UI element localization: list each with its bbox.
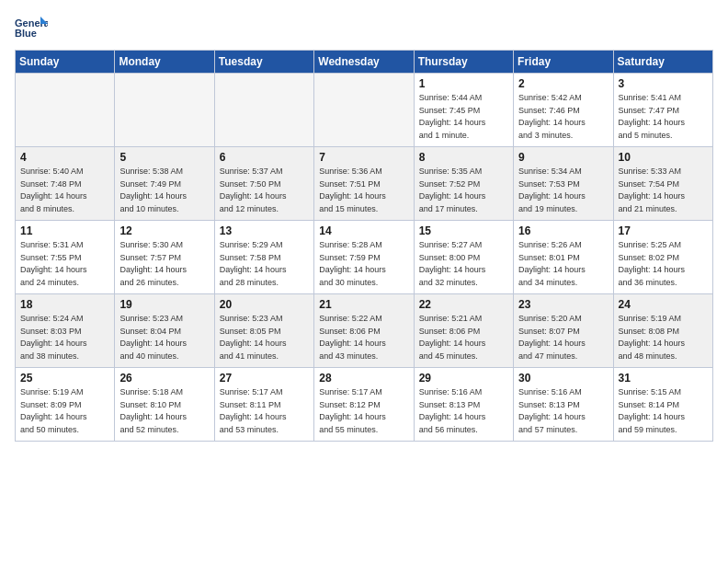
day-number: 27 bbox=[220, 372, 309, 385]
day-cell: 10Sunrise: 5:33 AM Sunset: 7:54 PM Dayli… bbox=[613, 147, 712, 221]
day-cell: 31Sunrise: 5:15 AM Sunset: 8:14 PM Dayli… bbox=[613, 368, 712, 442]
day-info: Sunrise: 5:17 AM Sunset: 8:11 PM Dayligh… bbox=[220, 386, 309, 436]
day-number: 13 bbox=[220, 224, 309, 237]
day-info: Sunrise: 5:22 AM Sunset: 8:06 PM Dayligh… bbox=[319, 313, 408, 362]
day-number: 4 bbox=[20, 151, 109, 164]
day-cell: 11Sunrise: 5:31 AM Sunset: 7:55 PM Dayli… bbox=[16, 221, 115, 294]
day-info: Sunrise: 5:25 AM Sunset: 8:02 PM Dayligh… bbox=[619, 239, 708, 289]
day-cell: 5Sunrise: 5:38 AM Sunset: 7:49 PM Daylig… bbox=[115, 147, 214, 221]
day-info: Sunrise: 5:27 AM Sunset: 8:00 PM Dayligh… bbox=[419, 239, 508, 289]
day-info: Sunrise: 5:41 AM Sunset: 7:47 PM Dayligh… bbox=[619, 92, 708, 142]
day-number: 31 bbox=[619, 372, 708, 385]
day-number: 7 bbox=[319, 151, 408, 164]
day-number: 17 bbox=[619, 224, 708, 237]
svg-text:Blue: Blue bbox=[15, 28, 37, 39]
day-cell bbox=[16, 74, 115, 147]
day-cell: 17Sunrise: 5:25 AM Sunset: 8:02 PM Dayli… bbox=[613, 221, 712, 294]
column-header-monday: Monday bbox=[115, 51, 214, 74]
column-header-tuesday: Tuesday bbox=[214, 51, 313, 74]
calendar-header-row: SundayMondayTuesdayWednesdayThursdayFrid… bbox=[16, 51, 713, 74]
day-info: Sunrise: 5:37 AM Sunset: 7:50 PM Dayligh… bbox=[220, 166, 309, 215]
day-number: 10 bbox=[619, 151, 708, 164]
day-info: Sunrise: 5:26 AM Sunset: 8:01 PM Dayligh… bbox=[518, 239, 608, 289]
day-number: 30 bbox=[518, 372, 608, 385]
day-info: Sunrise: 5:24 AM Sunset: 8:03 PM Dayligh… bbox=[20, 313, 109, 362]
day-number: 25 bbox=[20, 372, 109, 385]
logo-icon: General Blue bbox=[15, 15, 48, 42]
day-info: Sunrise: 5:28 AM Sunset: 7:59 PM Dayligh… bbox=[319, 239, 408, 289]
day-info: Sunrise: 5:42 AM Sunset: 7:46 PM Dayligh… bbox=[518, 92, 608, 142]
day-cell: 13Sunrise: 5:29 AM Sunset: 7:58 PM Dayli… bbox=[214, 221, 313, 294]
column-header-thursday: Thursday bbox=[414, 51, 513, 74]
day-cell: 3Sunrise: 5:41 AM Sunset: 7:47 PM Daylig… bbox=[613, 74, 712, 147]
day-number: 2 bbox=[518, 77, 608, 90]
day-number: 21 bbox=[319, 298, 408, 311]
day-cell: 14Sunrise: 5:28 AM Sunset: 7:59 PM Dayli… bbox=[314, 221, 414, 294]
day-number: 6 bbox=[220, 151, 309, 164]
day-info: Sunrise: 5:18 AM Sunset: 8:10 PM Dayligh… bbox=[119, 386, 209, 436]
day-number: 5 bbox=[119, 151, 209, 164]
day-cell bbox=[115, 74, 214, 147]
week-row-3: 11Sunrise: 5:31 AM Sunset: 7:55 PM Dayli… bbox=[16, 221, 713, 294]
day-cell: 18Sunrise: 5:24 AM Sunset: 8:03 PM Dayli… bbox=[16, 294, 115, 368]
day-info: Sunrise: 5:38 AM Sunset: 7:49 PM Dayligh… bbox=[119, 166, 209, 215]
day-number: 20 bbox=[220, 298, 309, 311]
day-info: Sunrise: 5:29 AM Sunset: 7:58 PM Dayligh… bbox=[220, 239, 309, 289]
day-number: 14 bbox=[319, 224, 408, 237]
day-number: 29 bbox=[419, 372, 508, 385]
day-info: Sunrise: 5:33 AM Sunset: 7:54 PM Dayligh… bbox=[619, 166, 708, 215]
calendar-table: SundayMondayTuesdayWednesdayThursdayFrid… bbox=[15, 50, 713, 442]
day-cell: 30Sunrise: 5:16 AM Sunset: 8:13 PM Dayli… bbox=[514, 368, 613, 442]
day-cell bbox=[214, 74, 313, 147]
day-info: Sunrise: 5:30 AM Sunset: 7:57 PM Dayligh… bbox=[119, 239, 209, 289]
day-info: Sunrise: 5:23 AM Sunset: 8:05 PM Dayligh… bbox=[220, 313, 309, 362]
day-info: Sunrise: 5:16 AM Sunset: 8:13 PM Dayligh… bbox=[518, 386, 608, 436]
column-header-sunday: Sunday bbox=[16, 51, 115, 74]
day-cell: 6Sunrise: 5:37 AM Sunset: 7:50 PM Daylig… bbox=[214, 147, 313, 221]
day-cell: 19Sunrise: 5:23 AM Sunset: 8:04 PM Dayli… bbox=[115, 294, 214, 368]
day-cell bbox=[314, 74, 414, 147]
column-header-friday: Friday bbox=[514, 51, 613, 74]
day-info: Sunrise: 5:19 AM Sunset: 8:09 PM Dayligh… bbox=[20, 386, 109, 436]
day-cell: 1Sunrise: 5:44 AM Sunset: 7:45 PM Daylig… bbox=[414, 74, 513, 147]
day-number: 24 bbox=[619, 298, 708, 311]
day-number: 16 bbox=[518, 224, 608, 237]
day-number: 26 bbox=[119, 372, 209, 385]
day-number: 1 bbox=[419, 77, 508, 90]
day-number: 18 bbox=[20, 298, 109, 311]
week-row-4: 18Sunrise: 5:24 AM Sunset: 8:03 PM Dayli… bbox=[16, 294, 713, 368]
day-cell: 25Sunrise: 5:19 AM Sunset: 8:09 PM Dayli… bbox=[16, 368, 115, 442]
day-info: Sunrise: 5:21 AM Sunset: 8:06 PM Dayligh… bbox=[419, 313, 508, 362]
day-cell: 4Sunrise: 5:40 AM Sunset: 7:48 PM Daylig… bbox=[16, 147, 115, 221]
day-number: 12 bbox=[119, 224, 209, 237]
day-number: 9 bbox=[518, 151, 608, 164]
day-number: 3 bbox=[619, 77, 708, 90]
day-number: 8 bbox=[419, 151, 508, 164]
day-info: Sunrise: 5:40 AM Sunset: 7:48 PM Dayligh… bbox=[20, 166, 109, 215]
day-number: 19 bbox=[119, 298, 209, 311]
day-cell: 24Sunrise: 5:19 AM Sunset: 8:08 PM Dayli… bbox=[613, 294, 712, 368]
week-row-2: 4Sunrise: 5:40 AM Sunset: 7:48 PM Daylig… bbox=[16, 147, 713, 221]
day-number: 11 bbox=[20, 224, 109, 237]
logo: General Blue bbox=[15, 15, 48, 42]
day-number: 22 bbox=[419, 298, 508, 311]
day-info: Sunrise: 5:15 AM Sunset: 8:14 PM Dayligh… bbox=[619, 386, 708, 436]
day-cell: 8Sunrise: 5:35 AM Sunset: 7:52 PM Daylig… bbox=[414, 147, 513, 221]
week-row-5: 25Sunrise: 5:19 AM Sunset: 8:09 PM Dayli… bbox=[16, 368, 713, 442]
day-cell: 28Sunrise: 5:17 AM Sunset: 8:12 PM Dayli… bbox=[314, 368, 414, 442]
day-cell: 20Sunrise: 5:23 AM Sunset: 8:05 PM Dayli… bbox=[214, 294, 313, 368]
day-info: Sunrise: 5:35 AM Sunset: 7:52 PM Dayligh… bbox=[419, 166, 508, 215]
day-number: 28 bbox=[319, 372, 408, 385]
day-cell: 2Sunrise: 5:42 AM Sunset: 7:46 PM Daylig… bbox=[514, 74, 613, 147]
day-info: Sunrise: 5:36 AM Sunset: 7:51 PM Dayligh… bbox=[319, 166, 408, 215]
day-info: Sunrise: 5:20 AM Sunset: 8:07 PM Dayligh… bbox=[518, 313, 608, 362]
day-cell: 29Sunrise: 5:16 AM Sunset: 8:13 PM Dayli… bbox=[414, 368, 513, 442]
day-cell: 26Sunrise: 5:18 AM Sunset: 8:10 PM Dayli… bbox=[115, 368, 214, 442]
week-row-1: 1Sunrise: 5:44 AM Sunset: 7:45 PM Daylig… bbox=[16, 74, 713, 147]
column-header-wednesday: Wednesday bbox=[314, 51, 414, 74]
day-cell: 15Sunrise: 5:27 AM Sunset: 8:00 PM Dayli… bbox=[414, 221, 513, 294]
day-cell: 23Sunrise: 5:20 AM Sunset: 8:07 PM Dayli… bbox=[514, 294, 613, 368]
day-info: Sunrise: 5:34 AM Sunset: 7:53 PM Dayligh… bbox=[518, 166, 608, 215]
page-header: General Blue bbox=[15, 15, 713, 42]
day-info: Sunrise: 5:16 AM Sunset: 8:13 PM Dayligh… bbox=[419, 386, 508, 436]
